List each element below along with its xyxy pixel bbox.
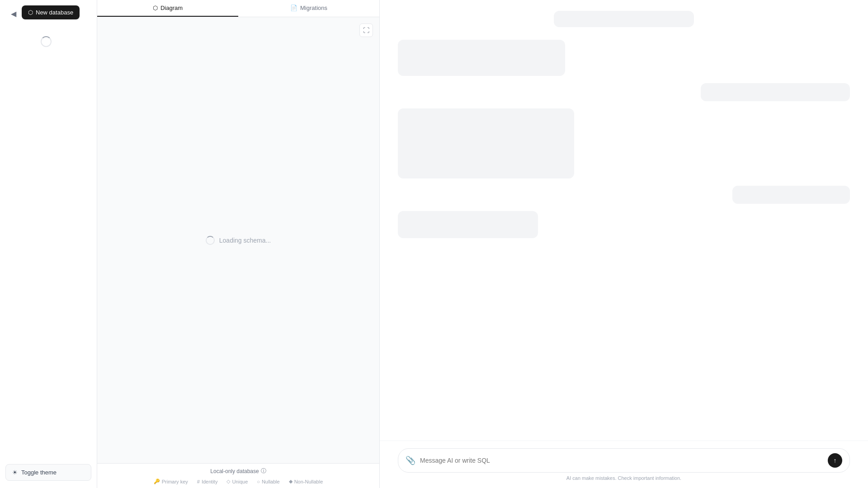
nullable-icon: ○ [257, 479, 260, 484]
new-database-button[interactable]: ⬡ New database [22, 5, 80, 19]
legend-primary-key: 🔑 Primary key [154, 479, 188, 484]
expand-icon: ⛶ [363, 27, 369, 34]
identity-icon: # [197, 479, 200, 484]
attach-icon: 📎 [406, 455, 415, 465]
new-database-label: New database [36, 9, 73, 16]
local-db-label: Local-only database [210, 468, 259, 474]
send-button[interactable]: ↑ [828, 453, 842, 468]
tab-migrations[interactable]: 📄 Migrations [238, 0, 379, 17]
primary-key-icon: 🔑 [154, 479, 160, 484]
diagram-area: ⛶ Loading schema... [97, 17, 379, 463]
migrations-tab-label: Migrations [300, 5, 327, 11]
center-panel: ⬡ Diagram 📄 Migrations ⛶ Loading schema.… [97, 0, 380, 488]
legend-non-nullable: ◆ Non-Nullable [289, 479, 323, 484]
loading-text: Loading schema... [219, 237, 271, 244]
skeleton-block-1 [398, 40, 565, 76]
chat-messages [380, 0, 868, 441]
right-panel: 📎 ↑ AI can make mistakes. Check importan… [380, 0, 868, 488]
legend-nullable: ○ Nullable [257, 479, 279, 484]
skeleton-block-4 [732, 186, 850, 204]
unique-label: Unique [232, 479, 248, 484]
tabs-bar: ⬡ Diagram 📄 Migrations [97, 0, 379, 17]
chat-footer-notice: AI can make mistakes. Check important in… [398, 473, 850, 483]
legend: 🔑 Primary key # Identity ◇ Unique ○ Null… [104, 479, 372, 484]
primary-key-label: Primary key [162, 479, 188, 484]
chat-input[interactable] [420, 457, 823, 464]
chat-input-area: 📎 ↑ AI can make mistakes. Check importan… [380, 441, 868, 488]
expand-button[interactable]: ⛶ [359, 23, 373, 37]
legend-identity: # Identity [197, 479, 218, 484]
unique-icon: ◇ [226, 479, 230, 484]
toggle-theme-label: Toggle theme [21, 469, 57, 476]
skeleton-block-3 [398, 108, 574, 178]
new-database-icon: ⬡ [28, 9, 33, 16]
non-nullable-label: Non-Nullable [294, 479, 323, 484]
diagram-tab-icon: ⬡ [153, 5, 158, 11]
info-icon: ⓘ [261, 467, 266, 475]
local-db-notice: Local-only database ⓘ [104, 467, 372, 475]
main-layout: ◀ ⬡ New database ☀ Toggle theme ⬡ Diagra… [0, 0, 868, 488]
diagram-tab-label: Diagram [160, 5, 183, 11]
toggle-theme-button[interactable]: ☀ Toggle theme [5, 464, 91, 481]
diagram-loading-spinner [206, 236, 215, 245]
sidebar-loading-spinner [41, 36, 52, 47]
non-nullable-icon: ◆ [289, 479, 292, 484]
sidebar-collapse-button[interactable]: ◀ [7, 7, 20, 20]
sidebar: ◀ ⬡ New database ☀ Toggle theme [0, 0, 97, 488]
legend-unique: ◇ Unique [226, 479, 248, 484]
skeleton-block-2 [701, 83, 850, 101]
migrations-tab-icon: 📄 [290, 5, 297, 11]
send-icon: ↑ [834, 457, 837, 464]
tab-diagram[interactable]: ⬡ Diagram [97, 0, 238, 17]
identity-label: Identity [202, 479, 217, 484]
collapse-icon: ◀ [11, 9, 16, 18]
attach-button[interactable]: 📎 [406, 455, 415, 465]
loading-content: Loading schema... [206, 236, 271, 245]
skeleton-top-bar [554, 11, 694, 27]
chat-input-wrapper: 📎 ↑ [398, 448, 850, 473]
nullable-label: Nullable [262, 479, 280, 484]
bottom-bar: Local-only database ⓘ 🔑 Primary key # Id… [97, 463, 379, 488]
skeleton-block-5 [398, 211, 538, 238]
toggle-theme-icon: ☀ [12, 469, 18, 476]
